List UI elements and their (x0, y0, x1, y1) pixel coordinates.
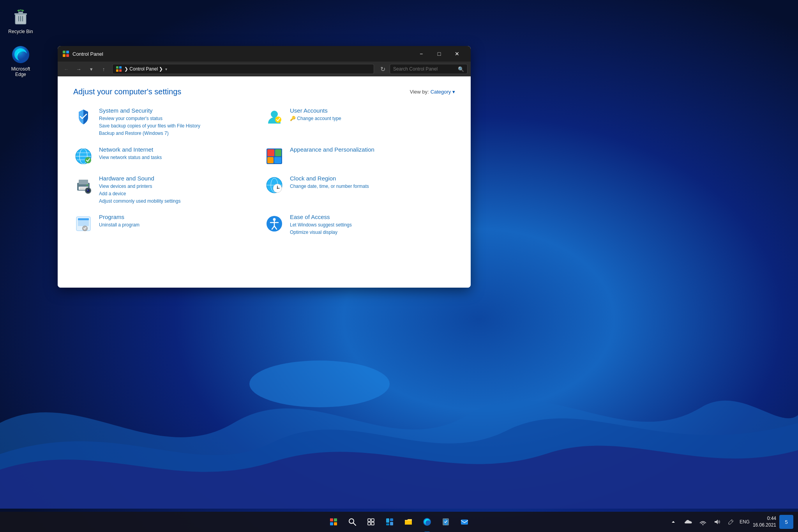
window-controls: − □ ✕ (412, 48, 466, 60)
svg-point-58 (349, 519, 354, 523)
hardware-sound-link-3[interactable]: Adjust commonly used mobility settings (99, 198, 180, 205)
file-explorer-button[interactable] (400, 513, 417, 530)
clock-time: 0:44 (753, 515, 776, 522)
desktop: Recycle Bin Microsoft Edge (0, 0, 798, 532)
taskbar-edge-button[interactable] (418, 513, 436, 530)
address-dropdown[interactable]: ▾ (165, 67, 167, 71)
svg-point-49 (273, 218, 276, 221)
user-accounts-title[interactable]: User Accounts (290, 107, 341, 114)
svg-rect-45 (78, 218, 89, 220)
hardware-sound-link-1[interactable]: View devices and printers (99, 183, 180, 190)
back-button[interactable]: ← (61, 64, 72, 74)
search-icon: 🔍 (458, 66, 464, 72)
language-indicator[interactable]: ENG (740, 519, 750, 525)
programs-link-1[interactable]: Uninstall a program (99, 221, 139, 229)
address-bar[interactable]: ❯ Control Panel ❯ ▾ (112, 64, 374, 74)
clock-region-icon (264, 175, 284, 195)
svg-rect-67 (386, 523, 389, 525)
system-security-link-1[interactable]: Review your computer's status (99, 115, 200, 122)
user-accounts-content: User Accounts 🔑 Change account type (290, 107, 341, 122)
svg-rect-30 (79, 189, 85, 189)
svg-rect-12 (119, 69, 122, 72)
search-input[interactable] (393, 66, 458, 72)
onedrive-icon[interactable] (682, 513, 694, 530)
minimize-button[interactable]: − (412, 48, 430, 60)
control-panel-content: Adjust your computer's settings View by:… (58, 76, 471, 288)
refresh-button[interactable]: ↻ (377, 64, 388, 74)
system-security-link-3[interactable]: Backup and Restore (Windows 7) (99, 130, 200, 137)
svg-rect-3 (18, 12, 23, 13)
taskbar-search-button[interactable] (344, 513, 361, 530)
close-button[interactable]: ✕ (448, 48, 466, 60)
ease-of-access-link-1[interactable]: Let Windows suggest settings (290, 221, 352, 229)
show-hidden-icons[interactable] (668, 513, 679, 530)
network-internet-link-1[interactable]: View network status and tasks (99, 154, 162, 161)
user-accounts-link-1[interactable]: 🔑 Change account type (290, 115, 341, 122)
task-view-button[interactable] (362, 513, 380, 530)
maximize-button[interactable]: □ (430, 48, 448, 60)
svg-rect-68 (405, 521, 412, 525)
notification-button[interactable]: 5 (779, 515, 793, 529)
category-ease-of-access: Ease of Access Let Windows suggest setti… (264, 214, 455, 236)
svg-rect-8 (66, 54, 69, 57)
desktop-wallpaper (0, 345, 798, 509)
svg-rect-54 (330, 518, 333, 521)
window-title: Control Panel (72, 51, 412, 57)
svg-rect-55 (334, 518, 337, 521)
system-security-icon (73, 107, 94, 127)
appearance-title[interactable]: Appearance and Personalization (290, 146, 374, 153)
address-bar-text: ❯ Control Panel ❯ (124, 66, 163, 72)
view-by-dropdown[interactable]: Category ▾ (431, 89, 455, 95)
svg-rect-29 (79, 187, 87, 188)
network-icon[interactable] (697, 513, 708, 530)
hardware-sound-title[interactable]: Hardware and Sound (99, 175, 180, 182)
category-programs: Programs Uninstall a program (73, 214, 264, 236)
svg-rect-56 (330, 522, 333, 525)
window-title-icon (62, 50, 69, 57)
system-security-title[interactable]: System and Security (99, 107, 200, 114)
pen-icon[interactable] (726, 513, 736, 530)
taskbar-mail-button[interactable] (456, 513, 473, 530)
svg-rect-62 (368, 522, 371, 525)
svg-point-42 (277, 187, 278, 189)
sound-icon[interactable] (711, 513, 722, 530)
svg-rect-9 (116, 66, 118, 69)
clock-date: 16.06.2021 (753, 522, 776, 528)
category-appearance: Appearance and Personalization (264, 146, 455, 166)
ease-of-access-link-2[interactable]: Optimize visual display (290, 229, 352, 236)
start-button[interactable] (325, 513, 342, 530)
clock-region-link-1[interactable]: Change date, time, or number formats (290, 183, 369, 190)
svg-rect-5 (63, 51, 65, 53)
taskbar-security-button[interactable] (437, 513, 454, 530)
microsoft-edge-icon[interactable]: Microsoft Edge (3, 42, 38, 80)
svg-rect-63 (371, 522, 374, 525)
svg-point-13 (271, 111, 278, 118)
taskbar-clock[interactable]: 0:44 16.06.2021 (753, 515, 776, 528)
svg-point-73 (702, 524, 703, 525)
forward-button[interactable]: → (73, 64, 84, 74)
taskbar-center (325, 513, 473, 530)
appearance-content: Appearance and Personalization (290, 146, 374, 154)
recycle-bin-image (11, 7, 31, 27)
svg-rect-22 (267, 149, 274, 156)
network-internet-title[interactable]: Network and Internet (99, 146, 162, 153)
svg-rect-72 (461, 520, 468, 525)
appearance-icon (264, 146, 284, 166)
svg-rect-2 (14, 13, 27, 15)
system-security-link-2[interactable]: Save backup copies of your files with Fi… (99, 122, 200, 130)
category-user-accounts: User Accounts 🔑 Change account type (264, 107, 455, 138)
widgets-button[interactable] (381, 513, 398, 530)
programs-title[interactable]: Programs (99, 214, 139, 220)
svg-line-59 (353, 523, 356, 525)
hardware-sound-link-2[interactable]: Add a device (99, 190, 180, 198)
search-box[interactable]: 🔍 (390, 64, 468, 74)
ease-of-access-title[interactable]: Ease of Access (290, 214, 352, 220)
hardware-sound-icon (73, 175, 94, 195)
up-button[interactable]: ↑ (98, 64, 109, 74)
svg-rect-65 (390, 518, 393, 521)
category-network-internet: Network and Internet View network status… (73, 146, 264, 166)
recycle-bin-icon[interactable]: Recycle Bin (3, 5, 38, 37)
svg-point-35 (87, 189, 88, 190)
dropdown-button[interactable]: ▾ (86, 64, 97, 74)
clock-region-title[interactable]: Clock and Region (290, 175, 369, 182)
